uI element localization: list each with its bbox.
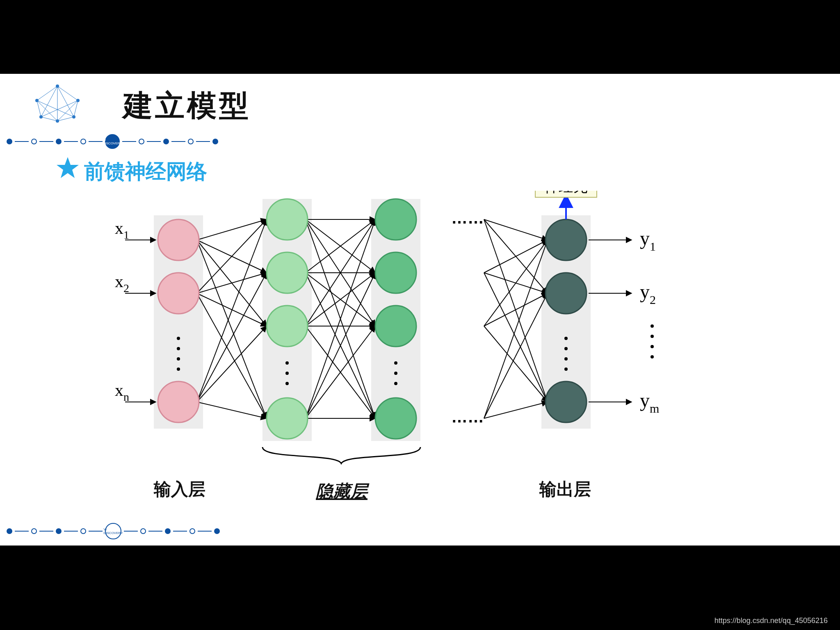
svg-point-85 — [651, 335, 654, 338]
svg-point-58 — [158, 381, 199, 422]
svg-point-57 — [158, 273, 199, 314]
svg-point-82 — [564, 357, 568, 361]
stage: 建立模型 AI DISCOVERY 前馈神经网络 — [0, 0, 840, 630]
svg-point-5 — [76, 99, 80, 102]
svg-point-69 — [546, 381, 587, 422]
star-icon — [55, 156, 80, 180]
svg-point-73 — [177, 368, 180, 371]
svg-point-84 — [651, 324, 654, 328]
svg-text:x1: x1 — [115, 219, 129, 241]
input-layer-label: 输入层 — [154, 478, 205, 501]
svg-point-3 — [56, 119, 59, 123]
hidden-layer-2 — [375, 199, 416, 439]
svg-point-80 — [564, 337, 568, 340]
svg-point-72 — [177, 357, 180, 361]
svg-text:……: …… — [451, 209, 484, 227]
svg-text:x2: x2 — [115, 272, 129, 294]
svg-text:ym: ym — [640, 389, 659, 415]
slide-subtitle: 前馈神经网络 — [84, 158, 207, 185]
svg-point-1 — [35, 99, 39, 102]
svg-point-81 — [564, 347, 568, 350]
svg-point-64 — [375, 252, 416, 293]
svg-line-49 — [484, 402, 548, 418]
svg-text:xn: xn — [115, 381, 129, 403]
svg-point-65 — [375, 306, 416, 347]
svg-line-14 — [197, 219, 267, 293]
svg-point-68 — [546, 273, 587, 314]
svg-line-10 — [197, 219, 267, 240]
svg-line-21 — [197, 402, 267, 418]
svg-point-0 — [56, 84, 59, 88]
svg-line-44 — [484, 240, 548, 326]
svg-point-59 — [267, 199, 308, 240]
svg-point-66 — [375, 398, 416, 439]
svg-point-76 — [285, 382, 289, 385]
svg-line-40 — [484, 219, 548, 402]
svg-line-48 — [484, 293, 548, 418]
svg-point-2 — [39, 115, 43, 119]
svg-line-13 — [197, 240, 267, 418]
decorative-chain-bottom: VI DISCOVERY — [4, 525, 836, 537]
badge-label: AI DISCOVERY — [103, 138, 122, 145]
svg-point-60 — [267, 252, 308, 293]
svg-line-38 — [484, 219, 548, 240]
output-layer-label: 输出层 — [539, 478, 591, 501]
svg-point-74 — [285, 361, 289, 365]
svg-point-61 — [267, 306, 308, 347]
svg-point-79 — [394, 382, 397, 385]
svg-text:y2: y2 — [640, 281, 656, 306]
svg-point-78 — [394, 372, 397, 375]
svg-point-62 — [267, 398, 308, 439]
svg-line-17 — [197, 293, 267, 418]
slide: 建立模型 AI DISCOVERY 前馈神经网络 — [0, 74, 840, 546]
svg-point-56 — [158, 219, 199, 260]
svg-line-15 — [197, 273, 267, 293]
svg-point-4 — [72, 115, 75, 119]
brain-network-icon — [29, 82, 86, 123]
svg-text:神经元: 神经元 — [544, 191, 588, 195]
svg-line-47 — [484, 240, 548, 418]
watermark: https://blog.csdn.net/qq_45056216 — [714, 616, 828, 625]
hidden-layer-1 — [267, 199, 308, 439]
decorative-chain-top: AI DISCOVERY — [4, 135, 221, 148]
badge-label-2: VI DISCOVERY — [104, 527, 123, 535]
svg-point-83 — [564, 368, 568, 371]
svg-point-75 — [285, 372, 289, 375]
svg-point-87 — [651, 355, 654, 358]
slide-title: 建立模型 — [123, 86, 251, 126]
svg-text:……: …… — [451, 408, 484, 426]
hidden-layer-label: 隐藏层 — [316, 480, 368, 503]
svg-line-45 — [484, 293, 548, 326]
svg-text:y1: y1 — [640, 227, 656, 253]
svg-point-71 — [177, 347, 180, 350]
svg-point-63 — [375, 199, 416, 240]
svg-point-67 — [546, 219, 587, 260]
neuron-callout: 神经元 — [535, 191, 597, 197]
svg-line-18 — [197, 219, 267, 402]
svg-point-70 — [177, 337, 180, 340]
svg-point-86 — [651, 345, 654, 348]
svg-point-77 — [394, 361, 397, 365]
neural-network-diagram: …… …… x1 x2 xn y1 y2 ym 神经元 — [115, 191, 722, 470]
